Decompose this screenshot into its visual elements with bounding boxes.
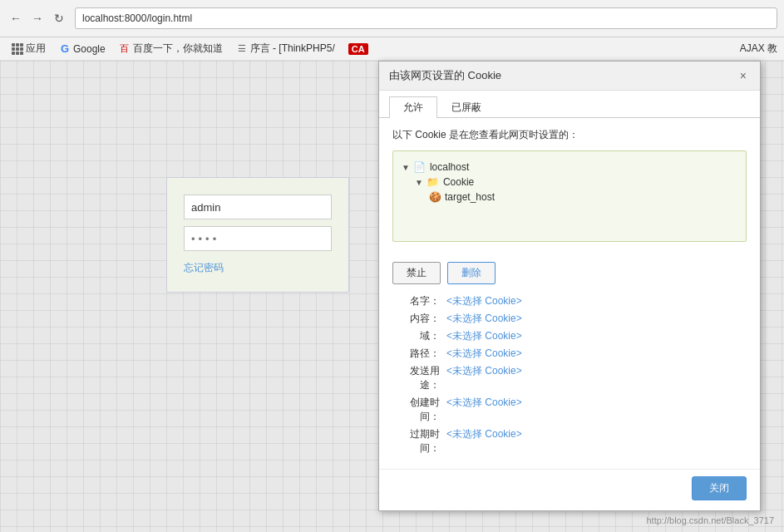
- apps-icon: [12, 43, 23, 55]
- tree-arrow-cookie: ▼: [415, 178, 423, 187]
- detail-row-name: 名字： <未选择 Cookie>: [392, 294, 747, 308]
- detail-row-domain: 域： <未选择 Cookie>: [392, 329, 747, 343]
- label-name: 名字：: [392, 294, 446, 308]
- dialog-titlebar: 由该网页设置的 Cookie ×: [379, 62, 760, 91]
- value-name: <未选择 Cookie>: [446, 294, 522, 308]
- bookmark-google-label: Google: [73, 43, 106, 55]
- back-button[interactable]: ←: [7, 9, 25, 27]
- label-created: 创建时间：: [392, 396, 446, 424]
- value-path: <未选择 Cookie>: [446, 347, 522, 361]
- detail-row-content: 内容： <未选择 Cookie>: [392, 312, 747, 326]
- label-sendto: 发送用途：: [392, 364, 446, 392]
- baidu-icon: 百: [119, 43, 131, 55]
- detail-row-path: 路径： <未选择 Cookie>: [392, 347, 747, 361]
- tree-item-localhost[interactable]: ▼ 📄 localhost: [402, 160, 737, 175]
- dialog-actions: 禁止 删除: [379, 262, 760, 294]
- dialog-title: 由该网页设置的 Cookie: [389, 68, 501, 83]
- bookmark-google[interactable]: G Google: [54, 42, 111, 57]
- file-icon: 📄: [413, 161, 427, 173]
- bookmark-apps[interactable]: 应用: [7, 40, 51, 57]
- google-icon: G: [59, 43, 71, 55]
- dialog-overlay: 由该网页设置的 Cookie × 允许 已屏蔽 以下 Cookie 是在您查看此…: [0, 61, 784, 532]
- tab-blocked[interactable]: 已屏蔽: [437, 96, 496, 118]
- bookmark-baidu[interactable]: 百 百度一下，你就知道: [114, 40, 228, 57]
- bookmarks-bar: 应用 G Google 百 百度一下，你就知道 ☰ 序言 - [ThinkPHP…: [0, 37, 784, 61]
- detail-row-expires: 过期时间： <未选择 Cookie>: [392, 427, 747, 456]
- dialog-body: 以下 Cookie 是在您查看此网页时设置的： ▼ 📄 localhost ▼ …: [379, 118, 760, 262]
- disable-button[interactable]: 禁止: [392, 262, 441, 284]
- cookie-details: 名字： <未选择 Cookie> 内容： <未选择 Cookie> 域： <未选…: [379, 294, 760, 469]
- forward-button[interactable]: →: [28, 9, 47, 27]
- browser-bar: ← → ↻: [0, 0, 784, 37]
- dialog-footer: 关闭: [379, 469, 760, 510]
- label-path: 路径：: [392, 347, 446, 361]
- cookie-tree: ▼ 📄 localhost ▼ 📁 Cookie 🍪 target_host: [392, 150, 747, 242]
- label-domain: 域：: [392, 329, 446, 343]
- dialog-tabs: 允许 已屏蔽: [379, 91, 760, 118]
- value-sendto: <未选择 Cookie>: [446, 364, 522, 378]
- cookie-icon: 🍪: [428, 191, 441, 203]
- address-bar[interactable]: [75, 7, 777, 29]
- ajax-label: AJAX 教: [740, 42, 777, 56]
- tree-item-cookie[interactable]: ▼ 📁 Cookie: [415, 175, 737, 190]
- detail-row-sendto: 发送用途： <未选择 Cookie>: [392, 364, 747, 392]
- bookmark-xuyue-label: 序言 - [ThinkPHP5/: [250, 42, 335, 56]
- detail-row-created: 创建时间： <未选择 Cookie>: [392, 396, 747, 424]
- refresh-button[interactable]: ↻: [50, 9, 68, 27]
- tree-label-target-host: target_host: [445, 191, 495, 203]
- cookie-dialog: 由该网页设置的 Cookie × 允许 已屏蔽 以下 Cookie 是在您查看此…: [378, 61, 761, 511]
- label-expires: 过期时间：: [392, 427, 446, 456]
- nav-icons: ← → ↻: [7, 9, 68, 27]
- folder-icon: 📁: [427, 176, 440, 188]
- value-content: <未选择 Cookie>: [446, 312, 522, 326]
- value-created: <未选择 Cookie>: [446, 396, 522, 410]
- tree-label-cookie: Cookie: [443, 176, 474, 188]
- bookmark-ca[interactable]: CA: [343, 42, 373, 57]
- tree-arrow-localhost: ▼: [402, 163, 410, 172]
- value-expires: <未选择 Cookie>: [446, 427, 522, 441]
- dialog-description: 以下 Cookie 是在您查看此网页时设置的：: [392, 128, 747, 142]
- bookmark-apps-label: 应用: [26, 42, 46, 56]
- delete-button[interactable]: 删除: [447, 262, 496, 284]
- dialog-close-button[interactable]: ×: [737, 69, 750, 82]
- label-content: 内容：: [392, 312, 446, 326]
- tab-allow[interactable]: 允许: [389, 96, 437, 118]
- value-domain: <未选择 Cookie>: [446, 329, 522, 343]
- bookmark-baidu-label: 百度一下，你就知道: [133, 42, 223, 56]
- tree-item-target-host[interactable]: 🍪 target_host: [428, 190, 737, 204]
- bookmark-xuyue[interactable]: ☰ 序言 - [ThinkPHP5/: [231, 40, 340, 57]
- close-button[interactable]: 关闭: [692, 476, 747, 500]
- tree-label-localhost: localhost: [430, 161, 469, 173]
- xuyue-icon: ☰: [236, 43, 248, 55]
- ca-icon: CA: [348, 43, 368, 55]
